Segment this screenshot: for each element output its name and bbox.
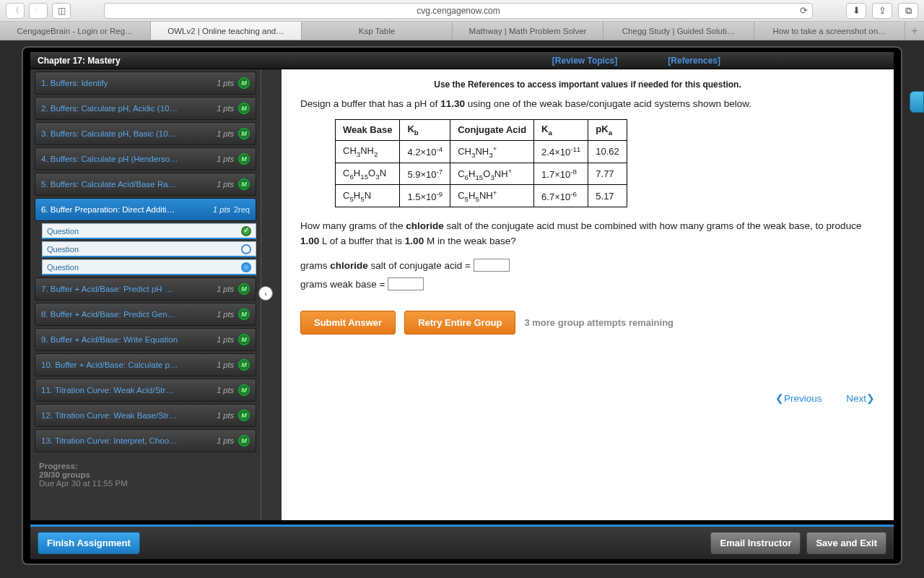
- sidebar-item-12[interactable]: 12. Titration Curve: Weak Base/Stron…1 p…: [35, 404, 256, 427]
- finish-assignment-button[interactable]: Finish Assignment: [38, 532, 140, 554]
- mastery-icon: M: [238, 77, 250, 89]
- references-link[interactable]: [References]: [668, 56, 720, 66]
- browser-tab[interactable]: How to take a screenshot on…: [754, 22, 905, 40]
- url-text: cvg.cengagenow.com: [417, 6, 500, 16]
- browser-tab[interactable]: Ksp Table: [302, 22, 453, 40]
- reload-icon[interactable]: ⟳: [800, 5, 808, 16]
- sub-question[interactable]: Question: [42, 223, 256, 239]
- status-icon: [241, 226, 251, 236]
- sub-question[interactable]: Question: [42, 241, 256, 257]
- sidebar-item-11[interactable]: 11. Titration Curve: Weak Acid/Strong …1…: [35, 379, 256, 402]
- downloads-icon[interactable]: ⬇: [846, 3, 866, 19]
- tab-strip: CengageBrain - Login or Reg…OWLv2 | Onli…: [0, 22, 924, 40]
- question-pane: Use the References to access important v…: [282, 69, 894, 520]
- sidebar-item-8[interactable]: 8. Buffer + Acid/Base: Predict General…1…: [35, 303, 256, 326]
- footer-bar: Finish Assignment Email Instructor Save …: [30, 525, 894, 559]
- retry-group-button[interactable]: Retry Entire Group: [404, 311, 515, 335]
- input-row-2: grams weak base =: [300, 277, 875, 290]
- new-tab-button[interactable]: +: [905, 22, 924, 40]
- sidebar-item-7[interactable]: 7. Buffer + Acid/Base: Predict pH Cha…1 …: [35, 277, 256, 301]
- share-icon[interactable]: ⇪: [872, 3, 892, 19]
- sub-question[interactable]: Question: [42, 259, 256, 275]
- sidebar-item-5[interactable]: 5. Buffers: Calculate Acid/Base Ratio (……: [35, 173, 256, 196]
- tabs-icon[interactable]: ⧉: [898, 3, 918, 19]
- sidebar-item-6[interactable]: 6. Buffer Preparation: Direct Additio…1 …: [35, 198, 256, 221]
- browser-tab[interactable]: OWLv2 | Online teaching and…: [151, 22, 302, 40]
- browser-tab[interactable]: CengageBrain - Login or Reg…: [0, 22, 151, 40]
- collapse-sidebar-button[interactable]: ‹: [258, 286, 273, 301]
- sidebar-item-10[interactable]: 10. Buffer + Acid/Base: Calculate pH …1 …: [35, 353, 256, 376]
- sidebar-item-9[interactable]: 9. Buffer + Acid/Base: Write Equation1 p…: [35, 328, 256, 351]
- mastery-icon: M: [238, 103, 250, 114]
- side-widget-icon[interactable]: [910, 91, 924, 113]
- save-exit-button[interactable]: Save and Exit: [806, 532, 886, 554]
- chloride-grams-input[interactable]: [474, 259, 510, 272]
- mastery-icon: M: [238, 384, 250, 396]
- pane-divider: ‹: [261, 69, 282, 520]
- review-topics-link[interactable]: [Review Topics]: [552, 56, 617, 66]
- reference-note: Use the References to access important v…: [300, 79, 875, 90]
- browser-tab[interactable]: Mathway | Math Problem Solver: [453, 22, 603, 40]
- attempts-remaining: 3 more group attempts remaining: [524, 317, 674, 328]
- mastery-icon: M: [238, 309, 250, 320]
- mastery-icon: M: [238, 128, 250, 139]
- email-instructor-button[interactable]: Email Instructor: [710, 532, 801, 554]
- input-row-1: grams chloride salt of conjugate acid =: [300, 259, 875, 272]
- submit-answer-button[interactable]: Submit Answer: [300, 311, 396, 335]
- mastery-icon: M: [238, 178, 250, 190]
- next-link[interactable]: Next❯: [846, 393, 875, 404]
- sidebar-item-4[interactable]: 4. Buffers: Calculate pH (Henderson–…1 p…: [35, 147, 256, 171]
- browser-tab[interactable]: Chegg Study | Guided Soluti…: [603, 22, 754, 40]
- mastery-icon: M: [238, 359, 250, 371]
- back-button[interactable]: 〈: [6, 3, 25, 19]
- sidebar-item-2[interactable]: 2. Buffers: Calculate pH, Acidic (100K ……: [35, 97, 256, 120]
- mastery-icon: M: [238, 283, 250, 295]
- sidebar-toggle-icon[interactable]: ◫: [52, 3, 71, 19]
- sidebar-item-13[interactable]: 13. Titration Curve: Interpret, Choose ……: [35, 429, 256, 452]
- browser-toolbar: 〈 〉 ◫ cvg.cengagenow.com ⟳ ⬇ ⇪ ⧉: [0, 0, 924, 22]
- previous-link[interactable]: ❮Previous: [775, 393, 822, 404]
- mastery-icon: M: [238, 410, 250, 421]
- weak-base-grams-input[interactable]: [388, 277, 424, 290]
- assignment-sidebar: 1. Buffers: Identify1 ptsM2. Buffers: Ca…: [30, 69, 261, 520]
- status-icon: [241, 244, 251, 254]
- sidebar-item-3[interactable]: 3. Buffers: Calculate pH, Basic (100K …1…: [35, 122, 256, 145]
- mastery-icon: M: [238, 435, 250, 447]
- weak-base-table: Weak BaseKbConjugate AcidKapKaCH3NH24.2×…: [335, 119, 627, 207]
- mastery-icon: M: [238, 153, 250, 165]
- mastery-icon: M: [238, 334, 250, 345]
- url-bar[interactable]: cvg.cengagenow.com ⟳: [104, 3, 813, 19]
- chapter-header: Chapter 17: Mastery [Review Topics] [Ref…: [30, 52, 894, 69]
- question-prompt: Design a buffer that has a pH of 11.30 u…: [300, 98, 875, 109]
- question-part2: How many grams of the chloride salt of t…: [300, 219, 875, 249]
- status-icon: [241, 262, 251, 272]
- sidebar-item-1[interactable]: 1. Buffers: Identify1 ptsM: [35, 72, 256, 95]
- forward-button[interactable]: 〉: [29, 3, 48, 19]
- chapter-title: Chapter 17: Mastery: [38, 56, 121, 66]
- progress-box: Progress:29/30 groupsDue Apr 30 at 11:55…: [30, 454, 261, 495]
